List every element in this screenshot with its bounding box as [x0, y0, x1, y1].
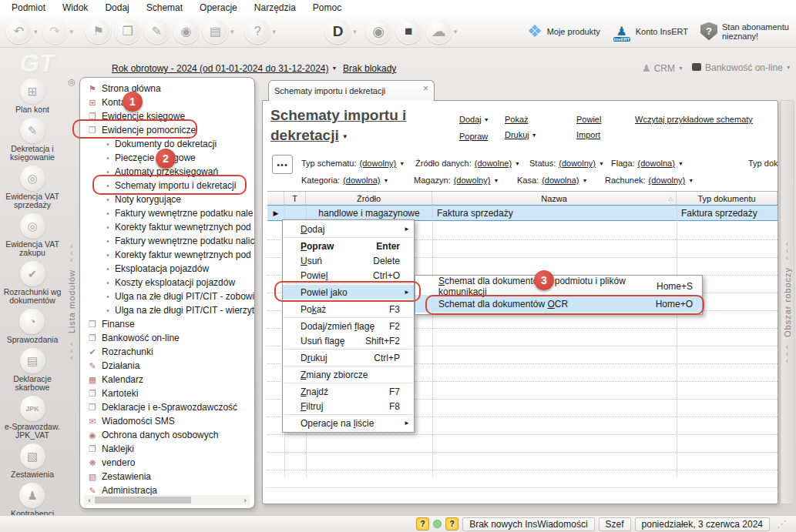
forward-button[interactable]: ↷	[42, 18, 68, 44]
filter-value[interactable]: (dowolna)	[638, 159, 675, 168]
tree-item[interactable]: ✎Działania	[80, 359, 254, 373]
tree-item[interactable]: •Koszty eksploatacji pojazdów	[80, 276, 254, 289]
tree-item[interactable]: •Ulga na złe długi PIT/CIT - wierzyt	[80, 303, 254, 317]
context-menu-item[interactable]: Dodaj►	[283, 222, 414, 236]
more-filters-button[interactable]: •••	[272, 155, 293, 174]
submenu-item[interactable]: Schemat dla dokumentów z podmiotu i plik…	[415, 277, 702, 295]
help-status-icon[interactable]: ?	[445, 517, 458, 530]
module-item[interactable]: ▧Zestawienia	[11, 443, 54, 479]
action-link[interactable]: Import	[576, 127, 601, 142]
cloud-button[interactable]: ☁	[426, 18, 452, 44]
context-menu-item[interactable]: UsuńDelete	[283, 253, 414, 268]
module-item[interactable]: ✎Dekretacja i księgowanie	[2, 118, 63, 162]
globe-button[interactable]: ◉	[366, 18, 391, 44]
dropdown-caret-icon[interactable]: ▾	[353, 28, 357, 35]
filter-value[interactable]: (dowolna)	[542, 176, 579, 185]
fiscal-year-selector[interactable]: Rok obrotowy - 2024 (od 01-01-2024 do 31…	[112, 63, 337, 74]
user-status[interactable]: Szef	[599, 517, 631, 531]
dropdown-caret-icon[interactable]: ▾	[70, 28, 74, 35]
filter[interactable]: Źródło danych:(dowolne)▼	[415, 159, 520, 168]
context-menu-item[interactable]: Operacje na liście►	[283, 416, 414, 430]
konto-insert-button[interactable]: ♟InsERT Konto InsERT	[613, 22, 688, 41]
module-item[interactable]: ◔Sprawozdania	[7, 309, 59, 344]
tree-item[interactable]: ⊞Konta	[80, 95, 254, 109]
tree-item[interactable]: ✉Wiadomości SMS	[80, 414, 254, 428]
banking-online-toggle[interactable]: Bankowość on-line▼	[692, 62, 791, 73]
context-menu-item[interactable]: Dodaj/zmień flagęF2	[283, 319, 414, 333]
filter-value[interactable]: (dowolny)	[649, 176, 686, 185]
filter[interactable]: Typ dokum	[748, 159, 778, 168]
module-item[interactable]: ✔Rozrachunki wg dokumentów	[2, 261, 63, 305]
pin-icon[interactable]: ◎	[68, 77, 76, 87]
tree-item[interactable]: ▧Zestawienia	[80, 470, 254, 483]
menubar-item[interactable]: Widok	[54, 1, 96, 15]
filter[interactable]: Kategoria:(dowolna)▼	[301, 176, 388, 185]
tree-item[interactable]: ❒Deklaracje i e-Sprawozdawczość	[80, 400, 254, 414]
context-menu-item[interactable]: ZnajdźF7	[283, 384, 414, 399]
page-title[interactable]: Schematy importu i dekretacji▼	[270, 105, 449, 149]
action-link[interactable]: Pokaż	[505, 112, 537, 127]
edit-button[interactable]: ✎	[144, 18, 170, 44]
flag-button[interactable]: ⚑	[86, 18, 111, 44]
action-link[interactable]: Powiel	[576, 112, 601, 127]
context-menu-item[interactable]: Usuń flagęShift+F2	[283, 333, 414, 348]
d-menu-button[interactable]: D	[325, 18, 351, 44]
context-menu-item[interactable]: PoprawEnter	[283, 239, 414, 253]
moje-produkty-button[interactable]: ❖ Moje produkty	[527, 23, 600, 40]
filter-value[interactable]: (dowolna)	[343, 176, 380, 185]
tree-item[interactable]: •Noty korygujące	[80, 192, 254, 206]
tree-item[interactable]: •Korekty faktur wewnętrznych pod	[80, 220, 254, 234]
scroll-right-icon[interactable]: ›	[240, 497, 250, 504]
filter[interactable]: Status:(dowolny)▼	[529, 159, 604, 168]
tree-item[interactable]: ✔Rozrachunki	[80, 345, 254, 359]
tree-item[interactable]: ⚑Strona główna	[80, 82, 254, 95]
tree-item[interactable]: ❒Ewidencje księgowe	[80, 109, 254, 123]
context-menu-item[interactable]: Zmiany zbiorcze	[283, 367, 414, 382]
context-menu-item[interactable]: Powiel jako►	[283, 285, 414, 299]
tree-item[interactable]: •Faktury wewnętrzne podatku nalic	[80, 234, 254, 248]
dropdown-caret-icon[interactable]: ▾	[454, 28, 458, 35]
stamp-button[interactable]: ◉	[173, 18, 199, 44]
filter[interactable]: Flaga:(dowolna)▼	[611, 159, 683, 168]
filter-value[interactable]: (dowolne)	[475, 159, 512, 168]
table-row[interactable]: ▶handlowe i magazynoweFaktura sprzedażyF…	[267, 205, 778, 221]
tree-item[interactable]: •Dokumenty do dekretacji	[80, 137, 254, 151]
lock-status-link[interactable]: Brak blokady	[343, 63, 396, 74]
resize-grip-icon[interactable]: ⋰	[777, 518, 787, 530]
tree-item[interactable]: ◉Ochrona danych osobowych	[80, 428, 254, 442]
context-menu-item[interactable]: FiltrujF8	[283, 399, 414, 413]
scrollbar-thumb[interactable]	[95, 497, 191, 504]
tree-item[interactable]: •Faktury wewnętrzne podatku nale	[80, 206, 254, 220]
tree-item[interactable]: ❒Finanse	[80, 317, 254, 331]
filter-value[interactable]: (dowolny)	[559, 159, 596, 168]
column-header[interactable]: Typ dokumentu	[677, 192, 778, 205]
module-item[interactable]: ⊞Plan kont	[15, 79, 49, 114]
context-menu-item[interactable]: PowielCtrl+O	[283, 268, 414, 283]
tree-item[interactable]: •Eksploatacja pojazdów	[80, 262, 254, 276]
action-link[interactable]: Dodaj▼	[459, 112, 489, 129]
action-link[interactable]: Drukuj▼	[505, 127, 537, 144]
menubar-item[interactable]: Podmiot	[3, 1, 54, 15]
new-document-button[interactable]: ❒	[115, 18, 140, 44]
dropdown-caret-icon[interactable]: ▾	[230, 28, 234, 35]
filter[interactable]: Typ schematu:(dowolny)▼	[301, 159, 405, 168]
tree-item[interactable]: •Ulga na złe długi PIT/CIT - zobowi	[80, 289, 254, 303]
menubar-item[interactable]: Pomoc	[304, 1, 350, 15]
tree-item[interactable]: ❋vendero	[80, 456, 254, 470]
filter[interactable]: Rachunek:(dowolny)▼	[605, 176, 694, 185]
filter-value[interactable]: (dowolny)	[454, 176, 491, 185]
menubar-item[interactable]: Dodaj	[96, 1, 137, 15]
context-menu-item[interactable]: PokażF3	[283, 302, 414, 316]
tree-item[interactable]: ❒Bankowość on-line	[80, 331, 254, 345]
workspace-strip[interactable]: ‹ ‹ ‹ Obszar roboczy ‹ ‹ ‹	[780, 100, 794, 504]
action-link[interactable]: Wczytaj przykładowe schematy	[635, 112, 753, 127]
dropdown-caret-icon[interactable]: ▾	[34, 28, 38, 35]
tree-item[interactable]: ❒Kartoteki	[80, 386, 254, 400]
print-button[interactable]: ▤	[203, 18, 228, 44]
column-header[interactable]: Źródło	[306, 192, 432, 205]
filter[interactable]: Kasa:(dowolna)▼	[517, 176, 587, 185]
menubar-item[interactable]: Operacje	[191, 1, 246, 15]
dropdown-caret-icon[interactable]: ▾	[273, 28, 277, 35]
column-header[interactable]: Nazwa△	[432, 192, 677, 205]
module-list-strip[interactable]: ◎ ‹ ‹ ‹ Lista modułów ‹ ‹ ‹	[65, 77, 78, 509]
